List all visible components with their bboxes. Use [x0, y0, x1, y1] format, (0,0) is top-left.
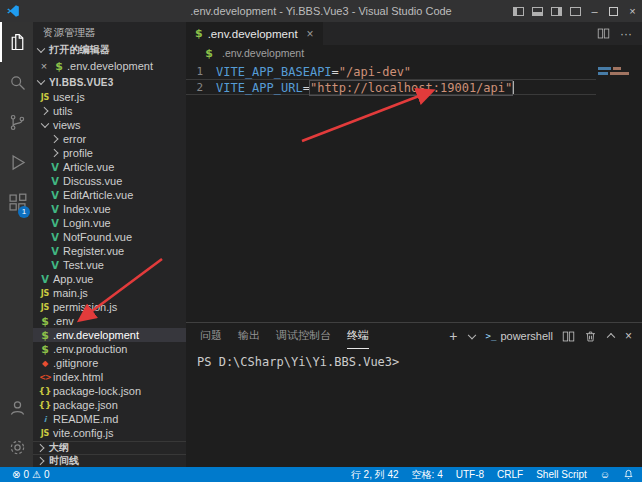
- maximize-panel-icon[interactable]: [606, 329, 616, 343]
- code-editor[interactable]: 1VITE_APP_BASEAPI="/api-dev"2VITE_APP_UR…: [186, 61, 642, 322]
- project-section-header[interactable]: YI.BBS.VUE3: [33, 74, 186, 90]
- tree-file-EditArticle.vue[interactable]: VEditArticle.vue: [33, 188, 186, 202]
- tree-file-index.html[interactable]: <>index.html: [33, 370, 186, 384]
- env-file-icon: $: [51, 60, 67, 73]
- explorer-icon[interactable]: [0, 22, 33, 62]
- text-cursor: [513, 81, 514, 94]
- chevron-down-icon: [33, 75, 49, 89]
- toggle-panel-icon[interactable]: [528, 0, 547, 22]
- problems-status[interactable]: ⊗ 0 ⚠ 0: [12, 469, 49, 480]
- indentation[interactable]: 空格: 4: [412, 468, 443, 482]
- breadcrumb[interactable]: $ .env.development: [186, 45, 642, 61]
- terminal-output[interactable]: PS D:\CSharp\Yi\Yi.BBS.Vue3>: [186, 349, 642, 467]
- tree-file-permission.js[interactable]: JSpermission.js: [33, 300, 186, 314]
- tree-file-Discuss.vue[interactable]: VDiscuss.vue: [33, 174, 186, 188]
- bottom-panel: 问题输出调试控制台终端 + >_ powershell ×: [186, 322, 642, 467]
- tab-bar: $ .env.development × ···: [186, 22, 642, 45]
- maximize-button[interactable]: [604, 0, 623, 22]
- new-terminal-icon[interactable]: +: [449, 328, 457, 344]
- tree-file-main.js[interactable]: JSmain.js: [33, 286, 186, 300]
- customize-layout-icon[interactable]: [566, 0, 585, 22]
- tree-file-NotFound.vue[interactable]: VNotFound.vue: [33, 230, 186, 244]
- notifications-bell-icon[interactable]: [623, 469, 634, 480]
- vue-file-icon: V: [47, 162, 63, 173]
- split-terminal-icon[interactable]: [562, 330, 575, 343]
- close-button[interactable]: ×: [623, 0, 642, 22]
- language-mode[interactable]: Shell Script: [536, 469, 587, 480]
- tree-file-Article.vue[interactable]: VArticle.vue: [33, 160, 186, 174]
- token-op: =: [332, 65, 339, 79]
- tree-file-vite.config.js[interactable]: JSvite.config.js: [33, 426, 186, 440]
- vue-file-icon: V: [47, 232, 63, 243]
- kill-terminal-icon[interactable]: [584, 330, 597, 343]
- panel-tab-终端[interactable]: 终端: [347, 323, 369, 349]
- tree-file-App.vue[interactable]: VApp.vue: [33, 272, 186, 286]
- file-name: .env.production: [53, 343, 127, 355]
- tree-file-package.json[interactable]: {}package.json: [33, 398, 186, 412]
- js-file-icon: JS: [37, 289, 53, 298]
- tree-folder-error[interactable]: error: [33, 132, 186, 146]
- tree-file-.env.development[interactable]: $.env.development: [33, 328, 186, 342]
- more-actions-icon[interactable]: ···: [620, 27, 632, 41]
- settings-gear-icon[interactable]: [0, 427, 33, 467]
- breadcrumb-item[interactable]: .env.development: [222, 47, 304, 59]
- tree-file-.env.production[interactable]: $.env.production: [33, 342, 186, 356]
- close-panel-icon[interactable]: ×: [625, 329, 632, 343]
- token-str: "http://localhost:19001/api": [310, 81, 512, 95]
- json-file-icon: {}: [37, 386, 53, 396]
- tab-env-development[interactable]: $ .env.development ×: [186, 22, 323, 45]
- file-name: error: [63, 133, 86, 145]
- panel-tabs: 问题输出调试控制台终端: [200, 323, 369, 349]
- toggle-sidebar-icon[interactable]: [509, 0, 528, 22]
- tree-folder-utils[interactable]: utils: [33, 104, 186, 118]
- json-file-icon: {}: [37, 400, 53, 410]
- tree-folder-views[interactable]: views: [33, 118, 186, 132]
- minimize-button[interactable]: –: [585, 0, 604, 22]
- cursor-position[interactable]: 行 2, 列 42: [351, 468, 399, 482]
- tab-close-icon[interactable]: ×: [307, 27, 314, 41]
- file-name: package.json: [53, 399, 118, 411]
- tree-file-README.md[interactable]: iREADME.md: [33, 412, 186, 426]
- panel-tab-调试控制台[interactable]: 调试控制台: [276, 323, 331, 349]
- terminal-instance[interactable]: >_ powershell: [486, 330, 553, 342]
- eol-sequence[interactable]: CRLF: [497, 469, 523, 480]
- close-icon[interactable]: ×: [37, 60, 51, 72]
- account-icon[interactable]: [0, 387, 33, 427]
- toggle-secondary-sidebar-icon[interactable]: [547, 0, 566, 22]
- extensions-icon[interactable]: 1: [0, 182, 33, 222]
- tree-file-.gitignore[interactable]: ◆.gitignore: [33, 356, 186, 370]
- tree-file-user.js[interactable]: JSuser.js: [33, 90, 186, 104]
- env-file-icon: $: [201, 47, 217, 60]
- panel-tab-输出[interactable]: 输出: [238, 323, 260, 349]
- tree-folder-profile[interactable]: profile: [33, 146, 186, 160]
- open-editor-item[interactable]: × $ .env.development: [33, 58, 186, 74]
- panel-tab-问题[interactable]: 问题: [200, 323, 222, 349]
- minimap[interactable]: [596, 61, 642, 322]
- encoding[interactable]: UTF-8: [456, 469, 484, 480]
- tree-file-Login.vue[interactable]: VLogin.vue: [33, 216, 186, 230]
- line-number: 1: [186, 64, 216, 78]
- git-file-icon: ◆: [37, 359, 53, 368]
- env-file-icon: $: [37, 315, 53, 328]
- terminal-prompt: PS D:\CSharp\Yi\Yi.BBS.Vue3>: [197, 355, 399, 369]
- activity-bar: 1: [0, 22, 33, 467]
- tree-file-Test.vue[interactable]: VTest.vue: [33, 258, 186, 272]
- tree-file-Register.vue[interactable]: VRegister.vue: [33, 244, 186, 258]
- outline-section-header[interactable]: 大纲: [33, 441, 186, 454]
- run-debug-icon[interactable]: [0, 142, 33, 182]
- source-control-icon[interactable]: [0, 102, 33, 142]
- terminal-dropdown-icon[interactable]: [465, 331, 479, 341]
- file-name: Login.vue: [63, 217, 111, 229]
- open-editors-section-header[interactable]: 打开的编辑器: [33, 42, 186, 58]
- split-editor-icon[interactable]: [597, 27, 610, 40]
- search-icon[interactable]: [0, 62, 33, 102]
- feedback-icon[interactable]: ☺: [600, 469, 610, 480]
- timeline-section-header[interactable]: 时间线: [33, 454, 186, 467]
- tree-file-Index.vue[interactable]: VIndex.vue: [33, 202, 186, 216]
- file-name: views: [53, 119, 81, 131]
- tree-file-.env[interactable]: $.env: [33, 314, 186, 328]
- tree-file-package-lock.json[interactable]: {}package-lock.json: [33, 384, 186, 398]
- error-icon: ⊗: [12, 469, 20, 480]
- token-str: "/api-dev": [339, 65, 411, 79]
- window-controls: – ×: [509, 0, 642, 22]
